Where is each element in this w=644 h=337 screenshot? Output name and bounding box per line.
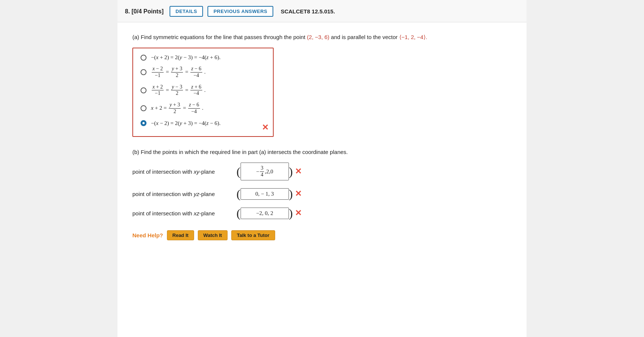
xz-plane-label: point of intersection with xz-plane — [132, 210, 236, 216]
read-it-button[interactable]: Read It — [167, 230, 194, 240]
radio-2[interactable] — [141, 69, 146, 75]
previous-answers-button[interactable]: PREVIOUS ANSWERS — [207, 6, 273, 17]
option-3-text: x + 2−1 = y − 32 = z + 6−4 . — [151, 84, 206, 97]
part-b-instruction: (b) Find the points in which the require… — [132, 149, 512, 155]
details-button[interactable]: DETAILS — [170, 6, 203, 17]
part-a-instruction: (a) Find symmetric equations for the lin… — [132, 33, 512, 42]
xy-close-paren: ) — [289, 166, 293, 177]
option-2-text: x − 2−1 = y + 32 = z − 6−4 . — [151, 66, 206, 79]
options-box: −(x + 2) = 2(y − 3) = −4(z + 6). x − 2−1… — [132, 48, 274, 137]
xz-plane-answer[interactable]: −2, 0, 2 — [241, 208, 289, 219]
vector-value: ⟨−1, 2, −4⟩. — [399, 34, 427, 40]
xz-close-paren: ) — [289, 207, 293, 219]
xz-wrong-mark: ✕ — [295, 208, 302, 218]
xy-open-paren: ( — [236, 166, 241, 177]
content-area: (a) Find symmetric equations for the lin… — [117, 22, 527, 248]
option-5-text: −(x − 2) = 2(y + 3) = −4(z − 6). — [151, 120, 220, 126]
yz-plane-row: point of intersection with yz-plane ( 0,… — [132, 188, 512, 200]
yz-close-paren: ) — [289, 188, 293, 200]
page-container: 8. [0/4 Points] DETAILS PREVIOUS ANSWERS… — [0, 0, 644, 337]
part-a-wrong-mark: ✕ — [262, 123, 268, 132]
option-4-row: x + 2 = y + 32 = z − 6−4 . — [141, 102, 265, 115]
watch-it-button[interactable]: Watch It — [198, 230, 228, 240]
yz-open-paren: ( — [236, 188, 241, 200]
option-2-row: x − 2−1 = y + 32 = z − 6−4 . — [141, 66, 265, 79]
main-card: 8. [0/4 Points] DETAILS PREVIOUS ANSWERS… — [117, 0, 527, 337]
option-1-text: −(x + 2) = 2(y − 3) = −4(z + 6). — [151, 54, 220, 61]
xy-wrong-mark: ✕ — [295, 167, 302, 176]
xy-plane-label: point of intersection with xy-plane — [132, 168, 236, 175]
need-help-label: Need Help? — [132, 232, 163, 238]
xy-plane-row: point of intersection with xy-plane ( −3… — [132, 163, 512, 181]
option-3-row: x + 2−1 = y − 32 = z + 6−4 . — [141, 84, 265, 97]
talk-to-tutor-button[interactable]: Talk to a Tutor — [231, 230, 275, 240]
radio-4[interactable] — [141, 105, 146, 111]
option-4-text: x + 2 = y + 32 = z − 6−4 . — [151, 102, 203, 115]
question-label: 8. [0/4 Points] — [125, 8, 164, 15]
header-row: 8. [0/4 Points] DETAILS PREVIOUS ANSWERS… — [117, 0, 527, 22]
option-1-row: −(x + 2) = 2(y − 3) = −4(z + 6). — [141, 54, 265, 61]
yz-plane-answer[interactable]: 0, − 1, 3 — [241, 188, 289, 200]
radio-3[interactable] — [141, 87, 146, 93]
xy-plane-answer[interactable]: −34,2,0 — [241, 163, 289, 181]
radio-1[interactable] — [141, 55, 146, 61]
yz-plane-label: point of intersection with yz-plane — [132, 191, 236, 197]
xz-open-paren: ( — [236, 207, 241, 219]
problem-id: SCALCET8 12.5.015. — [281, 8, 335, 15]
xz-plane-row: point of intersection with xz-plane ( −2… — [132, 207, 512, 219]
radio-5[interactable] — [141, 120, 146, 126]
help-row: Need Help? Read It Watch It Talk to a Tu… — [132, 230, 512, 240]
point-value: (2, −3, 6) — [307, 34, 331, 40]
yz-wrong-mark: ✕ — [295, 189, 302, 199]
option-5-row: −(x − 2) = 2(y + 3) = −4(z − 6). — [141, 120, 265, 126]
